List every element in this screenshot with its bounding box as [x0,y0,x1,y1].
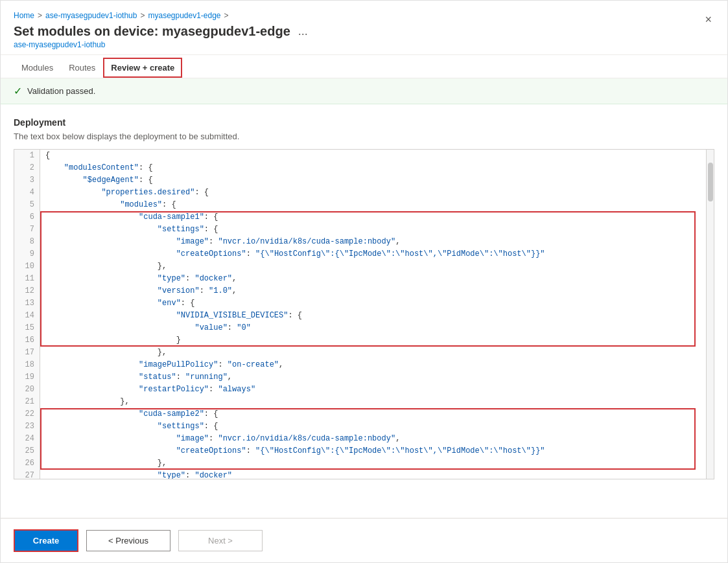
line-number: 24 [14,433,40,445]
previous-button[interactable]: < Previous [86,530,170,551]
code-line: "status": "running", [40,371,706,384]
code-line: "modules": { [40,199,706,211]
line-number: 16 [14,334,40,347]
code-line: "env": { [40,297,706,310]
line-number: 27 [14,470,40,479]
code-content[interactable]: { "modulesContent": { "$edgeAgent": { "p… [40,150,706,479]
line-number: 4 [14,187,40,199]
tabs-bar: Modules Routes Review + create [1,58,727,78]
code-line: "imagePullPolicy": "on-create", [40,359,706,371]
tab-routes[interactable]: Routes [61,58,103,78]
breadcrumb-sep-2: > [140,11,145,20]
code-line: "type": "docker" [40,470,706,479]
line-number: 18 [14,359,40,371]
title-bar: Home > ase-myasegpudev1-iothub > myasegp… [1,1,727,55]
code-line: "value": "0" [40,322,706,334]
line-number: 1 [14,150,40,162]
validation-text: Validation passed. [27,86,95,96]
breadcrumb: Home > ase-myasegpudev1-iothub > myasegp… [14,11,311,20]
breadcrumb-iothub[interactable]: ase-myasegpudev1-iothub [45,11,137,20]
line-number: 8 [14,236,40,248]
close-button[interactable]: × [702,11,714,28]
line-number: 23 [14,420,40,433]
code-line: "type": "docker", [40,273,706,285]
title-bar-left: Home > ase-myasegpudev1-iothub > myasegp… [14,11,311,49]
code-line: "version": "1.0", [40,285,706,297]
create-button[interactable]: Create [14,529,78,552]
line-numbers: 1234567891011121314151617181920212223242… [14,150,40,479]
code-line: "cuda-sample2": { [40,408,706,420]
line-number: 3 [14,174,40,187]
code-line: "image": "nvcr.io/nvidia/k8s/cuda-sample… [40,433,706,445]
code-line: "settings": { [40,420,706,433]
code-line: "$edgeAgent": { [40,174,706,187]
validation-icon: ✓ [14,85,22,97]
scrollbar[interactable] [706,150,714,479]
code-line: "image": "nvcr.io/nvidia/k8s/cuda-sample… [40,236,706,248]
code-line: "settings": { [40,224,706,236]
line-number: 14 [14,310,40,322]
footer: Create < Previous Next > [1,518,727,562]
page-title-text: Set modules on device: myasegpudev1-edge [14,24,290,39]
code-line: }, [40,260,706,273]
breadcrumb-sep-3: > [224,11,229,20]
scrollbar-thumb[interactable] [708,163,713,201]
code-line: "modulesContent": { [40,162,706,174]
line-number: 9 [14,248,40,260]
code-line: { [40,150,706,162]
line-number: 22 [14,408,40,420]
line-number: 13 [14,297,40,310]
line-number: 12 [14,285,40,297]
tab-review-create[interactable]: Review + create [103,58,182,78]
line-number: 19 [14,371,40,384]
code-lines: { "modulesContent": { "$edgeAgent": { "p… [40,150,706,479]
deployment-description: The text box below displays the deployme… [14,132,714,141]
line-number: 25 [14,445,40,457]
validation-bar: ✓ Validation passed. [1,78,727,104]
main-content: Deployment The text box below displays t… [1,104,727,518]
code-wrapper: { "modulesContent": { "$edgeAgent": { "p… [40,150,706,479]
code-line: "restartPolicy": "always" [40,384,706,396]
line-number: 17 [14,347,40,359]
code-line: "cuda-sample1": { [40,211,706,224]
page-title: Set modules on device: myasegpudev1-edge… [14,24,311,39]
code-line: } [40,334,706,347]
breadcrumb-home[interactable]: Home [14,11,34,20]
line-number: 10 [14,260,40,273]
breadcrumb-sep-1: > [38,11,42,20]
code-line: "NVIDIA_VISIBLE_DEVICES": { [40,310,706,322]
line-number: 7 [14,224,40,236]
line-number: 15 [14,322,40,334]
tab-modules[interactable]: Modules [14,58,61,78]
page-subtitle[interactable]: ase-myasegpudev1-iothub [14,40,311,49]
line-number: 2 [14,162,40,174]
line-number: 26 [14,457,40,470]
line-number: 21 [14,396,40,408]
line-number: 6 [14,211,40,224]
code-line: }, [40,396,706,408]
next-button: Next > [178,530,263,551]
code-editor[interactable]: 1234567891011121314151617181920212223242… [14,149,714,479]
main-window: Home > ase-myasegpudev1-iothub > myasegp… [0,0,728,563]
code-line: "properties.desired": { [40,187,706,199]
line-number: 11 [14,273,40,285]
code-line: "createOptions": "{\"HostConfig\":{\"Ipc… [40,445,706,457]
line-number: 20 [14,384,40,396]
deployment-title: Deployment [14,117,714,128]
code-line: }, [40,457,706,470]
ellipsis-button[interactable]: ... [296,25,311,38]
breadcrumb-edge[interactable]: myasegpudev1-edge [148,11,220,20]
code-line: "createOptions": "{\"HostConfig\":{\"Ipc… [40,248,706,260]
line-number: 5 [14,199,40,211]
code-line: }, [40,347,706,359]
